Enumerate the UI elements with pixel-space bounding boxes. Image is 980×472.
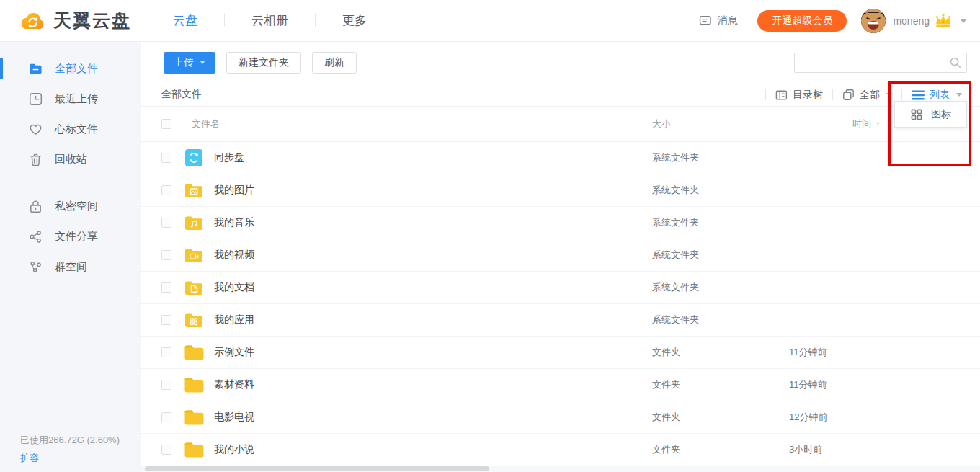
column-header-time-label: 时间: [852, 117, 871, 130]
sidebar-item-file-sharing[interactable]: 文件分享: [0, 221, 141, 251]
nav-tab-more[interactable]: 更多: [316, 12, 393, 29]
nav-tab-cloud-drive[interactable]: 云盘: [146, 12, 224, 29]
search-box: [794, 53, 967, 73]
table-row[interactable]: 我的音乐 系统文件夹: [141, 207, 980, 239]
cloud-drive-app: 天翼云盘 云盘 云相册 更多 消息 开通超级会员 moneng: [0, 0, 980, 472]
row-checkbox[interactable]: [161, 153, 172, 163]
grid-view-icon: [910, 108, 923, 121]
horizontal-scrollbar-thumb[interactable]: [145, 466, 489, 471]
file-name[interactable]: 我的小说: [214, 443, 254, 456]
refresh-button[interactable]: 刷新: [312, 52, 357, 74]
upgrade-membership-button[interactable]: 开通超级会员: [757, 10, 847, 32]
folder-doc-icon: [184, 279, 205, 296]
account-menu-caret-icon[interactable]: [960, 19, 967, 23]
directory-tree-button[interactable]: 目录树: [766, 89, 832, 102]
header-right: 消息 开通超级会员 moneng: [699, 9, 967, 33]
row-checkbox[interactable]: [161, 380, 172, 390]
row-checkbox[interactable]: [161, 282, 172, 293]
file-name[interactable]: 我的视频: [214, 249, 254, 262]
upload-caret-icon: [200, 61, 205, 64]
file-name[interactable]: 示例文件: [214, 346, 254, 359]
row-checkbox[interactable]: [161, 218, 172, 228]
breadcrumb-bar: 全部文件 目录树 全部 列表: [141, 83, 980, 107]
file-name[interactable]: 我的应用: [214, 313, 254, 326]
file-size: 文件夹: [652, 411, 789, 424]
row-checkbox[interactable]: [161, 250, 172, 260]
expand-storage-link[interactable]: 扩容: [20, 452, 120, 465]
file-name[interactable]: 我的文档: [214, 281, 254, 294]
table-row[interactable]: 我的小说 文件夹 3小时前: [141, 434, 980, 466]
view-mode-dropdown[interactable]: 列表: [902, 89, 971, 102]
breadcrumb: 全部文件: [161, 88, 202, 101]
sidebar-item-label: 心标文件: [55, 123, 98, 136]
file-time: 12分钟前: [789, 411, 973, 424]
table-row[interactable]: 电影电视 文件夹 12分钟前: [141, 401, 980, 434]
row-checkbox[interactable]: [161, 412, 172, 422]
file-name[interactable]: 同步盘: [214, 151, 244, 164]
top-nav: 云盘 云相册 更多: [146, 0, 393, 41]
username: moneng: [893, 15, 930, 27]
sidebar-item-group-space[interactable]: 群空间: [0, 251, 141, 282]
list-view-icon: [912, 90, 925, 100]
sidebar-item-starred-files[interactable]: 心标文件: [0, 114, 141, 144]
file-name[interactable]: 我的音乐: [214, 216, 254, 229]
app-logo-text: 天翼云盘: [53, 9, 131, 32]
nav-tab-cloud-album[interactable]: 云相册: [225, 12, 315, 29]
file-name[interactable]: 素材资料: [214, 378, 254, 391]
new-folder-button[interactable]: 新建文件夹: [226, 52, 301, 74]
app-logo[interactable]: 天翼云盘: [17, 9, 131, 32]
file-size: 文件夹: [652, 378, 789, 391]
file-time: 11分钟前: [789, 378, 973, 391]
sidebar-item-label: 私密空间: [55, 200, 98, 213]
file-name[interactable]: 电影电视: [214, 411, 254, 424]
table-row[interactable]: 我的应用 系统文件夹: [141, 304, 980, 337]
row-checkbox[interactable]: [161, 185, 172, 195]
sidebar-item-all-files[interactable]: 全部文件: [0, 53, 141, 84]
heart-icon: [29, 123, 43, 136]
folder-icon: [184, 409, 205, 426]
sidebar-item-recycle-bin[interactable]: 回收站: [0, 144, 141, 174]
trash-icon: [29, 153, 43, 166]
message-icon: [699, 14, 712, 27]
search-icon[interactable]: [949, 56, 962, 69]
main-content: 上传 新建文件夹 刷新 全部文件 目录树: [141, 42, 980, 472]
table-row[interactable]: 素材资料 文件夹 11分钟前: [141, 369, 980, 401]
view-mode-label: 列表: [930, 89, 950, 102]
sidebar-item-label: 群空间: [55, 260, 87, 274]
select-all-checkbox[interactable]: [161, 119, 172, 129]
file-size: 系统文件夹: [652, 313, 789, 326]
folder-app-icon: [184, 311, 205, 329]
row-checkbox[interactable]: [161, 445, 172, 455]
row-checkbox[interactable]: [161, 315, 172, 325]
avatar[interactable]: [861, 9, 886, 33]
chevron-down-icon: [956, 93, 962, 97]
crown-icon: [934, 13, 953, 29]
table-row[interactable]: 示例文件 文件夹 11分钟前: [141, 337, 980, 369]
view-mode-dropdown-menu-item-icons[interactable]: 图标: [894, 101, 967, 128]
column-header-size: 大小: [652, 117, 789, 130]
horizontal-scrollbar[interactable]: [141, 466, 980, 472]
directory-tree-icon: [775, 89, 788, 101]
file-type-filter-label: 全部: [860, 89, 880, 102]
sidebar-item-label: 回收站: [55, 153, 87, 166]
chevron-down-icon: [886, 93, 892, 97]
table-row[interactable]: 我的图片 系统文件夹: [141, 174, 980, 207]
table-row[interactable]: 我的视频 系统文件夹: [141, 239, 980, 272]
sidebar-item-recent-uploads[interactable]: 最近上传: [0, 84, 141, 114]
sidebar-item-private-space[interactable]: 私密空间: [0, 191, 141, 221]
cloud-logo-icon: [17, 9, 48, 32]
column-header-name: 文件名: [182, 117, 652, 130]
file-name[interactable]: 我的图片: [214, 184, 254, 197]
search-input[interactable]: [794, 53, 967, 73]
folder-icon: [184, 376, 205, 393]
upload-button[interactable]: 上传: [164, 52, 215, 74]
table-row[interactable]: 我的文档 系统文件夹: [141, 272, 980, 304]
all-files-folder-icon: [29, 62, 43, 76]
messages-button[interactable]: 消息: [699, 14, 737, 27]
sidebar-item-label: 文件分享: [55, 230, 98, 244]
folder-music-icon: [184, 214, 205, 231]
file-type-filter-dropdown[interactable]: 全部: [833, 89, 901, 102]
row-checkbox[interactable]: [161, 347, 172, 357]
table-row[interactable]: 同步盘 系统文件夹: [141, 142, 980, 174]
folder-icon: [184, 441, 205, 458]
